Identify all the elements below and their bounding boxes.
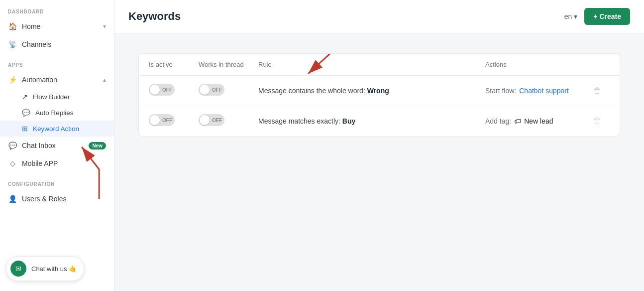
toggle-works-in-thread-2[interactable]: OFF [199,114,224,126]
sidebar-item-users-roles[interactable]: 👤 Users & Roles [0,190,114,208]
row2-action-label: Add tag: [485,117,511,125]
page-title: Keywords [128,10,181,23]
lang-chevron-icon: ▾ [574,12,577,20]
sidebar-item-mobile-app[interactable]: ◇ Mobile APP [0,154,114,172]
toggle-works-in-thread-1[interactable]: OFF [199,84,224,96]
sidebar-item-chat-inbox[interactable]: 💬 Chat Inbox New [0,137,114,154]
chat-circle-icon: ✉ [10,261,26,277]
sidebar-keyword-action-label: Keyword Action [33,125,79,133]
toggle-label-1: OFF [162,87,172,93]
new-badge: New [89,142,106,149]
channels-icon: 📡 [8,40,17,49]
dashboard-section-label: DASHBOARD [0,0,114,17]
lang-label: en [564,12,572,20]
row1-delete-button[interactable]: 🗑 [585,86,610,95]
row1-toggle2[interactable]: OFF [199,84,258,98]
col-works-in-thread: Works in thread [199,61,258,68]
col-delete [585,61,610,68]
row2-action: Add tag: 🏷 New lead [485,117,585,125]
table-row: OFF OFF Message matches exactly: Buy Add… [139,106,620,136]
toggle-label-4: OFF [212,118,222,123]
sidebar-item-automation[interactable]: ⚡ Automation ▴ [0,71,114,89]
row2-action-value: New lead [524,117,553,125]
sidebar-flow-builder-label: Flow Builder [33,93,70,101]
sidebar-channels-label: Channels [22,40,51,48]
sidebar-sub-keyword-action[interactable]: ⊞ Keyword Action [0,121,114,137]
row1-rule-prefix: Message contains the whole word: [258,87,365,95]
automation-icon: ⚡ [8,75,17,84]
row2-action-icon: 🏷 [514,117,521,125]
toggle-knob [150,85,160,95]
table-header: Is active Works in thread Rule Actions [139,54,620,76]
chat-with-us-label: Chat with us 🤙 [31,265,77,273]
toggle-label-2: OFF [212,87,222,93]
toggle-label-3: OFF [162,118,172,123]
main-content: Keywords en ▾ + Create Is active [114,0,644,291]
sidebar-automation-label: Automation [22,76,57,84]
chat-with-us-widget[interactable]: ✉ Chat with us 🤙 [6,256,84,281]
chat-inbox-icon: 💬 [8,141,17,150]
row1-rule: Message contains the whole word: Wrong [258,87,485,95]
row2-toggle2[interactable]: OFF [199,114,258,128]
language-selector[interactable]: en ▾ [564,12,578,20]
table-row: OFF OFF Message contains the whole word:… [139,76,620,106]
row1-toggle1[interactable]: OFF [149,84,199,98]
toggle-knob-2 [200,85,210,95]
toggle-is-active-1[interactable]: OFF [149,84,175,96]
row1-action: Start flow: Chatbot support [485,87,585,95]
sidebar-users-roles-label: Users & Roles [22,195,66,203]
keyword-action-icon: ⊞ [22,125,28,133]
sidebar-chat-inbox-label: Chat Inbox [22,142,56,149]
sidebar-mobile-app-label: Mobile APP [22,159,58,167]
sidebar-item-home[interactable]: 🏠 Home ▾ [0,17,114,35]
sidebar-sub-flow-builder[interactable]: ↗ Flow Builder [0,89,114,105]
sidebar-auto-replies-label: Auto Replies [35,109,74,117]
users-roles-icon: 👤 [8,194,17,203]
auto-replies-icon: 💬 [22,109,30,117]
chevron-down-icon: ▾ [103,23,106,30]
main-header: Keywords en ▾ + Create [114,0,644,33]
home-icon: 🏠 [8,22,17,31]
row2-rule-prefix: Message matches exactly: [258,117,340,125]
toggle-knob-4 [200,115,210,125]
sidebar-home-label: Home [22,22,40,30]
row1-rule-value: Wrong [367,87,389,95]
row1-action-label: Start flow: [485,87,516,95]
flow-builder-icon: ↗ [22,93,28,101]
row2-toggle1[interactable]: OFF [149,114,199,128]
row1-action-value[interactable]: Chatbot support [519,87,569,95]
sidebar-sub-auto-replies[interactable]: 💬 Auto Replies [0,105,114,121]
header-right: en ▾ + Create [564,8,630,25]
config-section-label: CONFIGURATION [0,172,114,190]
sidebar-item-channels[interactable]: 📡 Channels [0,35,114,53]
toggle-knob-3 [150,115,160,125]
mobile-app-icon: ◇ [8,159,17,168]
col-rule: Rule [258,61,485,68]
row2-rule: Message matches exactly: Buy [258,117,485,125]
col-is-active: Is active [149,61,199,68]
create-button[interactable]: + Create [584,8,630,25]
apps-section-label: APPS [0,53,114,71]
row2-rule-value: Buy [342,117,355,125]
row2-delete-button[interactable]: 🗑 [585,117,610,126]
keywords-table: Is active Works in thread Rule Actions O… [138,53,620,137]
chevron-up-icon: ▴ [103,76,106,83]
toggle-is-active-2[interactable]: OFF [149,114,175,126]
sidebar: DASHBOARD 🏠 Home ▾ 📡 Channels APPS ⚡ Aut… [0,0,114,291]
col-actions: Actions [485,61,585,68]
